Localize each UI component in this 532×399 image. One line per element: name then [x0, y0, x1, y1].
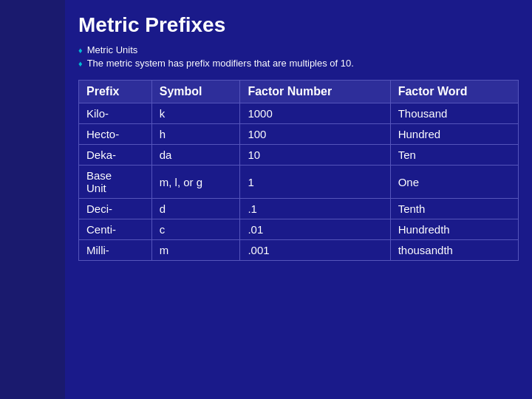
cell-factor-number: 10: [240, 145, 390, 166]
table-row: Kilo-k1000Thousand: [79, 103, 519, 124]
col-header-factor-number: Factor Number: [240, 81, 390, 103]
metric-table: Prefix Symbol Factor Number Factor Word …: [78, 80, 519, 261]
cell-factor-word: Thousand: [390, 103, 518, 124]
col-header-prefix: Prefix: [79, 81, 152, 103]
cell-symbol: k: [151, 103, 240, 124]
table-row: Milli-m.001thousandth: [79, 240, 519, 261]
bullet-text-2: The metric system has prefix modifiers t…: [87, 58, 354, 69]
cell-prefix: Deci-: [79, 199, 152, 219]
cell-factor-word: One: [390, 166, 518, 199]
cell-symbol: da: [151, 145, 240, 166]
cell-factor-word: Tenth: [390, 199, 518, 219]
table-row: Centi-c.01Hundredth: [79, 219, 519, 240]
cell-prefix: Hecto-: [79, 124, 152, 145]
cell-factor-number: 1: [240, 166, 390, 199]
cell-factor-word: thousandth: [390, 240, 518, 261]
cell-prefix: Kilo-: [79, 103, 152, 124]
col-header-factor-word: Factor Word: [390, 81, 518, 103]
cell-symbol: m: [151, 240, 240, 261]
bullet-diamond-2: ♦: [78, 59, 83, 68]
table-body: Kilo-k1000ThousandHecto-h100HundredDeka-…: [79, 103, 519, 261]
bullet-item-1: ♦ Metric Units: [78, 44, 519, 55]
cell-factor-number: .001: [240, 240, 390, 261]
table-header-row: Prefix Symbol Factor Number Factor Word: [79, 81, 519, 103]
cell-factor-number: 1000: [240, 103, 390, 124]
cell-factor-word: Hundredth: [390, 219, 518, 240]
cell-factor-word: Ten: [390, 145, 518, 166]
bullets: ♦ Metric Units ♦ The metric system has p…: [78, 44, 519, 71]
table-row: Deci-d.1Tenth: [79, 199, 519, 219]
cell-prefix: Centi-: [79, 219, 152, 240]
main-container: Metric Prefixes ♦ Metric Units ♦ The met…: [0, 0, 532, 399]
bullet-text-1: Metric Units: [87, 44, 138, 55]
col-header-symbol: Symbol: [151, 81, 240, 103]
bullet-item-2: ♦ The metric system has prefix modifiers…: [78, 58, 519, 69]
cell-prefix: Base Unit: [79, 166, 152, 199]
table-row: Hecto-h100Hundred: [79, 124, 519, 145]
table-wrapper: Prefix Symbol Factor Number Factor Word …: [78, 80, 519, 392]
page-title: Metric Prefixes: [78, 13, 519, 37]
table-row: Base Unitm, l, or g1One: [79, 166, 519, 199]
cell-symbol: h: [151, 124, 240, 145]
cell-factor-number: .1: [240, 199, 390, 219]
cell-prefix: Milli-: [79, 240, 152, 261]
cell-factor-word: Hundred: [390, 124, 518, 145]
cell-symbol: c: [151, 219, 240, 240]
table-row: Deka-da10Ten: [79, 145, 519, 166]
cell-factor-number: .01: [240, 219, 390, 240]
cell-factor-number: 100: [240, 124, 390, 145]
bullet-diamond-1: ♦: [78, 46, 83, 55]
content-area: Metric Prefixes ♦ Metric Units ♦ The met…: [65, 0, 532, 399]
cell-symbol: m, l, or g: [151, 166, 240, 199]
cell-symbol: d: [151, 199, 240, 219]
left-bar: [0, 0, 65, 399]
cell-prefix: Deka-: [79, 145, 152, 166]
